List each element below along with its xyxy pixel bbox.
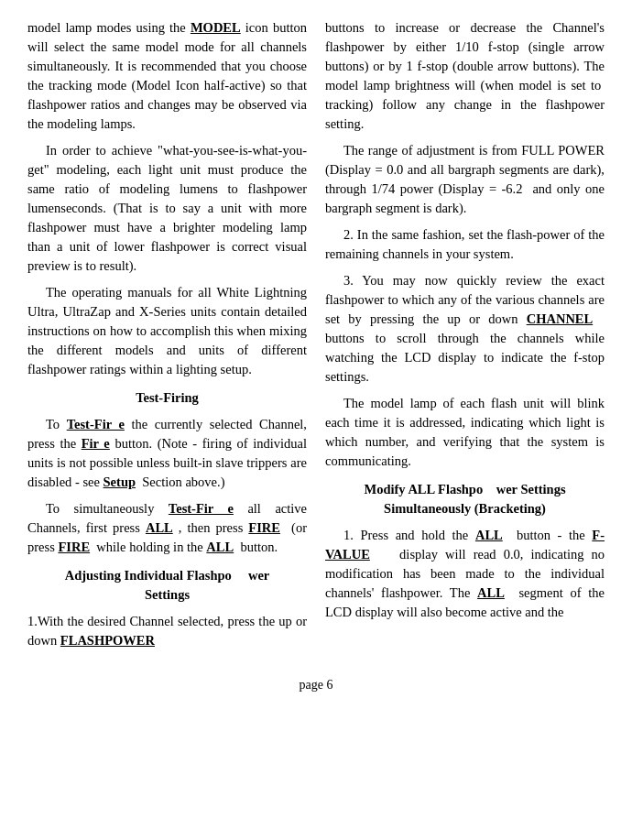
paragraph-1: model lamp modes using the MODEL icon bu… bbox=[27, 18, 307, 134]
flashpower-keyword: FLASHPOWER bbox=[60, 633, 155, 648]
paragraph-10: 3. You may now quickly review the exact … bbox=[325, 271, 605, 387]
test-fire-keyword-2: Test-Fir e bbox=[169, 501, 234, 516]
right-column: buttons to increase or decrease the Chan… bbox=[325, 18, 605, 658]
paragraph-12: 1. Press and hold the ALL button - the F… bbox=[325, 526, 605, 622]
all-keyword-3: ALL bbox=[475, 528, 503, 542]
paragraph-2: In order to achieve "what-you-see-is-wha… bbox=[27, 141, 307, 276]
paragraph-5: To simultaneously Test-Fir e all active … bbox=[27, 499, 307, 557]
paragraph-3: The operating manuals for all White Ligh… bbox=[27, 283, 307, 379]
fire-keyword: Fir e bbox=[82, 436, 110, 451]
heading-test-firing: Test-Firing bbox=[27, 388, 307, 408]
heading-modify: Modify ALL Flashpo wer SettingsSimultane… bbox=[325, 480, 605, 518]
setup-keyword: Setup bbox=[104, 475, 136, 489]
test-fire-keyword-1: Test-Fir e bbox=[67, 417, 125, 431]
paragraph-6: 1.With the desired Channel selected, pre… bbox=[27, 612, 307, 650]
left-column: model lamp modes using the MODEL icon bu… bbox=[27, 18, 307, 658]
two-column-layout: model lamp modes using the MODEL icon bu… bbox=[27, 18, 605, 658]
all-keyword-1: ALL bbox=[146, 520, 173, 535]
model-keyword: MODEL bbox=[191, 20, 241, 35]
paragraph-4: To Test-Fir e the currently selected Cha… bbox=[27, 415, 307, 492]
all-keyword-4: ALL bbox=[477, 585, 505, 600]
heading-adjusting: Adjusting Individual Flashpo werSettings bbox=[27, 566, 307, 605]
channel-keyword: CHANNEL bbox=[527, 311, 594, 326]
fire-keyword-2: FIRE bbox=[248, 520, 280, 535]
paragraph-9: 2. In the same fashion, set the flash-po… bbox=[325, 225, 605, 264]
paragraph-11: The model lamp of each flash unit will b… bbox=[325, 394, 605, 471]
paragraph-8: The range of adjustment is from FULL POW… bbox=[325, 141, 605, 218]
paragraph-7: buttons to increase or decrease the Chan… bbox=[325, 18, 605, 134]
page-content: model lamp modes using the MODEL icon bu… bbox=[27, 18, 605, 695]
fire-keyword-3: FIRE bbox=[58, 540, 90, 554]
fvalue-keyword: F-VALUE bbox=[325, 528, 605, 562]
all-keyword-2: ALL bbox=[206, 540, 234, 554]
page-number: page 6 bbox=[27, 676, 605, 694]
